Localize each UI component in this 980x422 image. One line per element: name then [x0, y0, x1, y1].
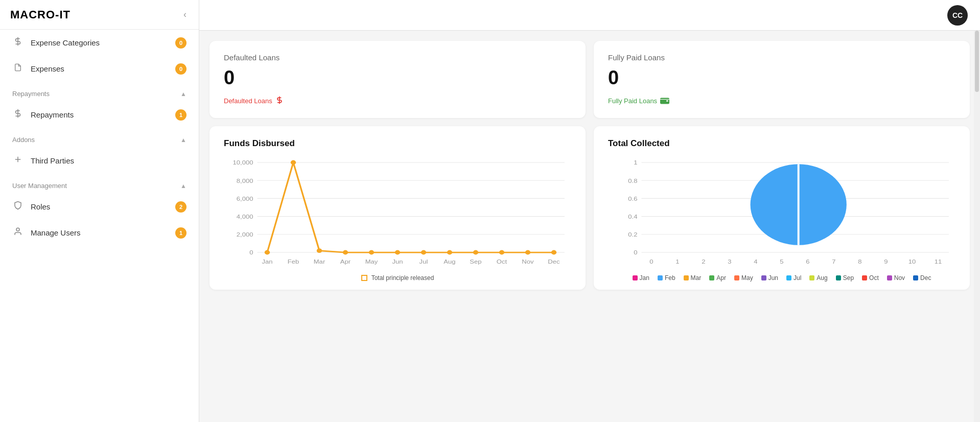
defaulted-loans-value: 0 — [224, 67, 571, 89]
svg-text:6,000: 6,000 — [237, 196, 253, 202]
sidebar-header: MACRO-IT ‹ — [0, 0, 199, 30]
chevron-up-icon: ▲ — [180, 90, 186, 98]
svg-text:Jun: Jun — [392, 259, 403, 265]
svg-point-43 — [551, 250, 556, 255]
line-chart-svg: 0 2,000 4,000 6,000 8,000 10,000 Jan Feb… — [224, 157, 571, 269]
svg-text:2: 2 — [702, 259, 706, 265]
legend-box — [361, 275, 367, 281]
addons-section-header[interactable]: Addons ▲ — [0, 128, 199, 148]
user-management-section-header[interactable]: User Management ▲ — [0, 174, 199, 194]
chevron-up-icon: ▲ — [180, 136, 186, 144]
svg-point-34 — [317, 248, 322, 253]
svg-text:0: 0 — [649, 259, 654, 265]
collapse-button[interactable]: ‹ — [181, 7, 189, 22]
svg-text:7: 7 — [832, 259, 836, 265]
sidebar-item-third-parties[interactable]: Third Parties — [0, 148, 199, 174]
fully-paid-loans-value: 0 — [608, 67, 955, 89]
svg-text:Jul: Jul — [419, 259, 428, 265]
sidebar-item-expenses[interactable]: Expenses 0 — [0, 56, 199, 82]
defaulted-loans-title: Defaulted Loans — [224, 53, 571, 62]
svg-text:1: 1 — [675, 259, 680, 265]
sidebar: MACRO-IT ‹ Expense Categories 0 Expenses… — [0, 0, 199, 422]
svg-text:0: 0 — [249, 249, 253, 256]
stats-cards-row: Defaulted Loans 0 Defaulted Loans Fully … — [209, 41, 970, 118]
legend-jun: Jun — [761, 274, 778, 282]
legend-jan: Jan — [633, 274, 649, 282]
fully-paid-loans-link[interactable]: Fully Paid Loans — [608, 96, 955, 106]
svg-text:3: 3 — [728, 259, 732, 265]
svg-text:11: 11 — [935, 259, 942, 265]
shield-icon — [12, 201, 24, 213]
legend-apr: Apr — [709, 274, 726, 282]
dollar-link-icon — [275, 96, 284, 106]
dollar-icon — [12, 109, 24, 121]
defaulted-loans-card: Defaulted Loans 0 Defaulted Loans — [209, 41, 586, 118]
legend-oct: Oct — [862, 274, 879, 282]
svg-text:0.2: 0.2 — [628, 231, 637, 238]
svg-point-40 — [473, 250, 478, 255]
legend-label: Total principle released — [371, 274, 434, 282]
legend-aug: Aug — [809, 274, 827, 282]
sep-label: Sep — [843, 274, 854, 282]
funds-disbursed-title: Funds Disbursed — [224, 138, 571, 149]
defaulted-loans-link[interactable]: Defaulted Loans — [224, 96, 571, 106]
svg-text:4,000: 4,000 — [237, 214, 253, 220]
svg-text:0: 0 — [634, 249, 638, 256]
defaulted-loans-link-text: Defaulted Loans — [224, 97, 272, 105]
user-management-section-label: User Management — [12, 182, 67, 190]
sidebar-scroll: Expense Categories 0 Expenses 0 Repaymen… — [0, 30, 199, 422]
svg-text:5: 5 — [780, 259, 784, 265]
sidebar-item-roles[interactable]: Roles 2 — [0, 194, 199, 220]
sidebar-item-manage-users[interactable]: Manage Users 1 — [0, 220, 199, 246]
aug-label: Aug — [816, 274, 827, 282]
sidebar-item-label: Expense Categories — [31, 38, 168, 47]
svg-text:Aug: Aug — [444, 259, 455, 265]
fully-paid-loans-card: Fully Paid Loans 0 Fully Paid Loans — [594, 41, 970, 118]
apr-label: Apr — [716, 274, 726, 282]
expense-categories-badge: 0 — [175, 37, 186, 49]
charts-row: Funds Disbursed 0 2,000 4,000 6,000 8,00… — [209, 126, 970, 290]
svg-point-4 — [16, 228, 19, 231]
svg-text:May: May — [365, 259, 379, 265]
svg-text:0.4: 0.4 — [628, 214, 637, 220]
may-dot — [734, 275, 739, 280]
sidebar-item-repayments[interactable]: Repayments 1 — [0, 102, 199, 128]
total-collected-title: Total Collected — [608, 138, 955, 149]
svg-point-36 — [369, 250, 374, 255]
svg-text:10,000: 10,000 — [233, 159, 253, 166]
scrollbar-thumb — [975, 31, 979, 92]
svg-text:0.8: 0.8 — [628, 178, 637, 184]
fully-paid-loans-link-text: Fully Paid Loans — [608, 97, 657, 105]
app-logo: MACRO-IT — [10, 8, 71, 21]
repayments-section-label: Repayments — [12, 90, 50, 98]
legend-feb: Feb — [658, 274, 675, 282]
repayments-section-header[interactable]: Repayments ▲ — [0, 82, 199, 102]
feb-dot — [658, 275, 663, 280]
jun-label: Jun — [768, 274, 778, 282]
right-scrollbar[interactable] — [974, 0, 980, 422]
jun-dot — [761, 275, 766, 280]
svg-text:2,000: 2,000 — [237, 231, 253, 238]
legend-may: May — [734, 274, 753, 282]
svg-text:8: 8 — [858, 259, 862, 265]
fully-paid-loans-title: Fully Paid Loans — [608, 53, 955, 62]
feb-label: Feb — [665, 274, 675, 282]
svg-text:9: 9 — [884, 259, 888, 265]
sep-dot — [836, 275, 841, 280]
svg-point-35 — [343, 250, 348, 255]
mar-label: Mar — [691, 274, 702, 282]
dec-dot — [913, 275, 918, 280]
svg-text:8,000: 8,000 — [237, 178, 253, 184]
nov-label: Nov — [894, 274, 905, 282]
dec-label: Dec — [920, 274, 931, 282]
legend-jul: Jul — [786, 274, 801, 282]
oct-label: Oct — [869, 274, 879, 282]
user-avatar[interactable]: CC — [947, 5, 968, 26]
svg-text:6: 6 — [806, 259, 810, 265]
svg-text:Mar: Mar — [314, 259, 325, 265]
apr-dot — [709, 275, 714, 280]
total-collected-chart: 0 0.2 0.4 0.6 0.8 1 0 1 2 3 4 5 6 7 8 — [608, 157, 955, 269]
sidebar-item-expense-categories[interactable]: Expense Categories 0 — [0, 30, 199, 56]
addons-section-label: Addons — [12, 136, 35, 144]
legend-mar: Mar — [684, 274, 702, 282]
